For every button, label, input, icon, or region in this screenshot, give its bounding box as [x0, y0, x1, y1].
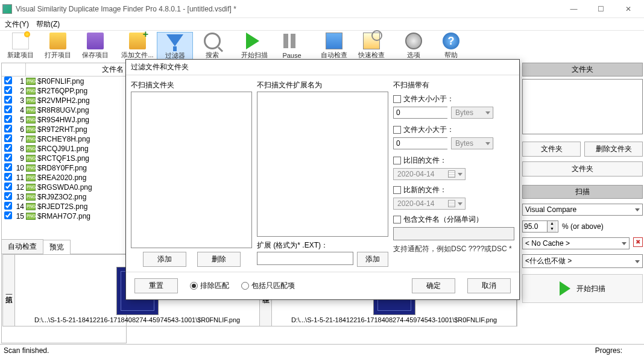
table-row[interactable]: 7PNG$RCHEY8H.png	[2, 134, 126, 144]
older-checkbox[interactable]	[393, 157, 401, 164]
table-row[interactable]: 10PNG$RD8Y0FF.png	[2, 163, 126, 173]
table-row[interactable]: 1PNG$R0FNLIF.png	[2, 77, 126, 86]
row-checkbox[interactable]	[4, 211, 12, 219]
include-radio[interactable]: 包括只匹配项	[241, 281, 295, 291]
row-checkbox[interactable]	[4, 144, 12, 152]
add-ext-button[interactable]: 添加	[357, 252, 388, 267]
tab-preview[interactable]: 预览	[43, 240, 71, 254]
row-checkbox[interactable]	[4, 86, 12, 94]
cancel-button[interactable]: 取消	[467, 278, 511, 293]
contains-checkbox[interactable]	[393, 216, 401, 223]
delete-cache-icon[interactable]: ✖	[633, 237, 643, 247]
table-row[interactable]: 4PNG$R8R8UGV.png	[2, 105, 126, 115]
table-row[interactable]: 3PNG$R2VMPH2.png	[2, 96, 126, 105]
add-folder-dlg-button[interactable]: 添加	[143, 252, 186, 267]
ok-button[interactable]: 确定	[412, 278, 455, 293]
folder-list[interactable]	[522, 79, 643, 134]
table-row[interactable]: 2PNG$R2T6QPP.png	[2, 86, 126, 96]
row-index: 15	[14, 212, 26, 220]
pause-button[interactable]: Pause	[274, 32, 310, 61]
ext-format-label: 扩展 (格式为* .EXT)：	[257, 240, 388, 251]
options-button[interactable]: 选项	[396, 32, 432, 61]
auto-check-button[interactable]: 自动检查	[316, 32, 352, 61]
png-icon: PNG	[26, 97, 36, 104]
table-row[interactable]: 14PNG$RJEDT2S.png	[2, 202, 126, 211]
size-lt-checkbox[interactable]	[393, 95, 401, 103]
table-row[interactable]: 6PNG$R9T2RHT.png	[2, 125, 126, 134]
size-lt-unit[interactable]: Bytes	[451, 107, 493, 119]
add-folder-button[interactable]: 文件夹	[522, 142, 581, 157]
minimize-button[interactable]: —	[560, 1, 587, 17]
window-title: Visual Similarity Duplicate Image Finder…	[16, 5, 560, 13]
row-filename: $R2VMPH2.png	[36, 96, 90, 105]
add-files-button[interactable]: 添加文件...	[119, 32, 156, 61]
size-lt-input[interactable]: ▲▼	[393, 107, 447, 119]
row-checkbox[interactable]	[4, 105, 12, 113]
row-filename: $RCTQF1S.png	[36, 154, 89, 163]
row-index: 11	[14, 173, 26, 182]
row-checkbox[interactable]	[4, 125, 12, 133]
table-row[interactable]: 12PNG$RGSWDA0.png	[2, 183, 126, 192]
row-checkbox[interactable]	[4, 96, 12, 104]
row-checkbox[interactable]	[4, 163, 12, 171]
row-checkbox[interactable]	[4, 154, 12, 161]
toolbar: 新建项目 打开项目 保存项目 添加文件... 过滤器 搜索 开始扫描 Pause…	[0, 30, 644, 61]
row-checkbox[interactable]	[4, 134, 12, 142]
row-checkbox[interactable]	[4, 77, 12, 84]
png-icon: PNG	[26, 116, 36, 123]
add-folder-button-2[interactable]: 文件夹	[522, 161, 643, 176]
size-gt-input[interactable]: ▲▼	[393, 137, 447, 149]
maximize-button[interactable]: ☐	[587, 1, 614, 17]
exclude-radio[interactable]: 排除匹配	[190, 281, 229, 291]
row-checkbox[interactable]	[4, 173, 12, 181]
del-folder-dlg-button[interactable]: 删除	[197, 252, 241, 267]
table-row[interactable]: 8PNG$RCQJ9U1.png	[2, 144, 126, 154]
help-button[interactable]: ?帮助	[433, 32, 469, 61]
tab-auto-check[interactable]: 自动检查	[1, 239, 43, 254]
search-button[interactable]: 搜索	[194, 32, 230, 61]
new-project-button[interactable]: 新建项目	[2, 32, 39, 61]
row-filename: $RGSWDA0.png	[36, 183, 92, 192]
open-project-button[interactable]: 打开项目	[40, 32, 76, 61]
table-row[interactable]: 5PNG$R9S4HWJ.png	[2, 115, 126, 125]
start-scan-big-button[interactable]: 开始扫描	[522, 274, 643, 303]
filter-button[interactable]: 过滤器	[157, 32, 193, 61]
newer-checkbox[interactable]	[393, 186, 401, 194]
quick-check-button[interactable]: 快速检查	[353, 32, 390, 61]
col-filename[interactable]: 文件名	[26, 64, 126, 75]
similarity-spinner[interactable]: ▲▼	[522, 220, 558, 233]
action-combo[interactable]: <什么也不做 >	[522, 254, 643, 268]
delete-folder-button[interactable]: 删除文件夹	[584, 142, 643, 157]
app-icon	[2, 4, 12, 14]
menu-file[interactable]: 文件(Y)	[1, 18, 33, 31]
size-gt-checkbox[interactable]	[393, 126, 401, 134]
row-checkbox[interactable]	[4, 115, 12, 123]
close-button[interactable]: ✕	[614, 1, 642, 17]
row-index: 14	[14, 202, 26, 211]
reset-button[interactable]: 重置	[134, 278, 178, 293]
scan-panel-title: 扫描	[522, 185, 643, 199]
cache-combo[interactable]: < No Cache >	[522, 237, 630, 249]
table-row[interactable]: 15PNG$RMAH7O7.png	[2, 211, 126, 221]
table-row[interactable]: 13PNG$RJ9Z3O2.png	[2, 192, 126, 202]
png-icon: PNG	[26, 107, 36, 114]
save-project-button[interactable]: 保存项目	[77, 32, 113, 61]
newer-date[interactable]: 2020-04-14	[393, 198, 466, 210]
older-date[interactable]: 2020-04-14	[393, 168, 466, 180]
menu-help[interactable]: 帮助(Z)	[33, 18, 63, 31]
group-1-label: 第一组	[3, 255, 15, 326]
row-checkbox[interactable]	[4, 202, 12, 210]
row-index: 12	[14, 183, 26, 192]
table-row[interactable]: 11PNG$REA2020.png	[2, 173, 126, 183]
table-row[interactable]: 9PNG$RCTQF1S.png	[2, 154, 126, 163]
thumbnail-1-path: D:\...\S-1-5-21-18412216-1718408274-4597…	[34, 316, 240, 323]
row-filename: $RD8Y0FF.png	[36, 164, 87, 172]
exclude-ext-list[interactable]	[257, 92, 388, 237]
compare-method-combo[interactable]: Visual Compare	[522, 204, 643, 216]
size-gt-unit[interactable]: Bytes	[451, 137, 493, 149]
start-scan-button[interactable]: 开始扫描	[236, 32, 273, 61]
ext-input[interactable]	[257, 252, 353, 265]
exclude-folders-list[interactable]	[131, 92, 252, 248]
row-checkbox[interactable]	[4, 192, 12, 200]
row-checkbox[interactable]	[4, 183, 12, 190]
